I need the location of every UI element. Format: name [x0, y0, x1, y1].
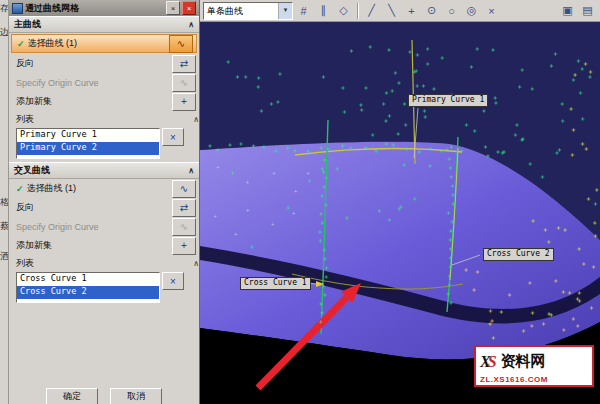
svg-text:+: +: [570, 151, 574, 159]
select-curve-button[interactable]: ∿: [172, 180, 196, 198]
reverse-label: 反向: [16, 57, 34, 70]
cancel-button[interactable]: 取消: [110, 388, 162, 404]
svg-text:+: +: [554, 50, 558, 58]
svg-text:+: +: [322, 183, 326, 191]
strip-text: 存: [0, 2, 9, 15]
svg-text:+: +: [451, 200, 455, 208]
svg-text:+: +: [416, 51, 420, 59]
svg-text:+: +: [464, 266, 468, 274]
remove-item-button[interactable]: ×: [162, 272, 184, 290]
remove-item-button[interactable]: ×: [162, 128, 184, 146]
list-item[interactable]: Primary Curve 2: [17, 142, 159, 155]
origin-curve-row: Specify Origin Curve ∿: [9, 217, 199, 236]
list-item[interactable]: Cross Curve 1: [17, 273, 159, 286]
collapse-icon[interactable]: ∧: [193, 115, 199, 124]
svg-text:+: +: [320, 192, 324, 200]
svg-text:+: +: [429, 145, 433, 153]
dropdown-arrow-icon[interactable]: ▼: [278, 3, 292, 19]
svg-text:+: +: [236, 73, 240, 81]
reverse-icon: ⇄: [180, 202, 188, 213]
svg-text:+: +: [440, 54, 444, 62]
svg-text:+: +: [448, 281, 452, 289]
svg-text:+: +: [323, 255, 327, 263]
circle-snap-icon[interactable]: ○: [442, 2, 461, 20]
svg-text:+: +: [593, 219, 597, 227]
svg-text:+: +: [321, 282, 325, 290]
svg-text:+: +: [518, 83, 522, 91]
svg-text:+: +: [364, 84, 368, 92]
cross-curve-list[interactable]: Cross Curve 1 Cross Curve 2: [16, 272, 160, 303]
curve-tag-cross-1[interactable]: Cross Curve 1: [240, 277, 311, 290]
reverse-button[interactable]: ⇄: [172, 199, 196, 217]
curve-icon: ∿: [180, 221, 188, 232]
svg-text:+: +: [528, 160, 532, 168]
reverse-button[interactable]: ⇄: [172, 55, 196, 73]
svg-text:+: +: [446, 290, 450, 298]
svg-text:+: +: [408, 48, 412, 56]
primary-curve-list[interactable]: Primary Curve 1 Primary Curve 2: [16, 128, 160, 159]
svg-text:+: +: [571, 315, 575, 323]
svg-text:+: +: [540, 173, 544, 181]
origin-curve-label: Specify Origin Curve: [16, 222, 99, 232]
add-set-button[interactable]: +: [172, 237, 196, 255]
parallel-snap-icon[interactable]: ∥: [314, 2, 333, 20]
add-set-button[interactable]: +: [172, 93, 196, 111]
center-snap-icon[interactable]: ⊙: [422, 2, 441, 20]
list-item[interactable]: Cross Curve 2: [17, 286, 159, 299]
svg-text:+: +: [426, 60, 430, 68]
line-snap-icon[interactable]: ╱: [362, 2, 381, 20]
intersection-snap-icon[interactable]: ×: [482, 2, 501, 20]
strip-text: 边: [0, 26, 9, 39]
svg-text:+: +: [448, 263, 452, 271]
curve-icon: ∿: [180, 183, 188, 194]
select-curve-button[interactable]: ∿: [169, 35, 193, 53]
svg-text:+: +: [216, 146, 220, 154]
ok-button[interactable]: 确定: [46, 388, 98, 404]
svg-text:+: +: [231, 169, 235, 177]
grid-snap-icon[interactable]: #: [294, 2, 313, 20]
check-icon: ✓: [16, 184, 24, 194]
select-curve-row[interactable]: ✓ 选择曲线 (1) ∿: [11, 34, 197, 53]
pin-button[interactable]: ×: [166, 1, 180, 15]
list-buttons: ×: [162, 272, 184, 303]
svg-text:+: +: [426, 45, 430, 53]
svg-text:+: +: [390, 87, 394, 95]
quadrant-snap-icon[interactable]: ◎: [462, 2, 481, 20]
section-header-cross[interactable]: 交叉曲线 ∧: [9, 162, 199, 179]
select-curve-row[interactable]: ✓ 选择曲线 (1) ∿: [9, 179, 199, 198]
collapse-icon[interactable]: ∧: [188, 20, 194, 29]
svg-text:+: +: [554, 277, 558, 285]
curve-rule-value: 单条曲线: [204, 3, 278, 19]
view-cube-icon[interactable]: ▣: [558, 2, 577, 20]
section-header-primary[interactable]: 主曲线 ∧: [9, 16, 199, 33]
svg-text:+: +: [450, 173, 454, 181]
svg-text:+: +: [440, 147, 444, 155]
dialog-titlebar[interactable]: 通过曲线网格 × ×: [9, 0, 199, 16]
svg-text:+: +: [286, 144, 290, 152]
svg-text:+: +: [573, 71, 577, 79]
svg-text:+: +: [428, 162, 432, 170]
svg-text:+: +: [508, 291, 512, 299]
svg-text:+: +: [278, 70, 282, 78]
svg-text:+: +: [324, 201, 328, 209]
svg-text:+: +: [530, 322, 534, 330]
origin-curve-button: ∿: [172, 218, 196, 236]
svg-text:+: +: [450, 218, 454, 226]
svg-text:+: +: [432, 85, 436, 93]
handle-icon[interactable]: ◇: [334, 2, 353, 20]
primary-list-area: Primary Curve 1 Primary Curve 2 ×: [9, 127, 199, 162]
collapse-icon[interactable]: ∧: [193, 259, 199, 268]
list-item[interactable]: Primary Curve 1: [17, 129, 159, 142]
svg-text:+: +: [445, 146, 449, 154]
close-button[interactable]: ×: [182, 1, 196, 15]
collapse-icon[interactable]: ∧: [188, 166, 194, 175]
curve-rule-dropdown[interactable]: 单条曲线 ▼: [203, 2, 293, 20]
curve-tag-primary-1[interactable]: Primary Curve 1: [408, 94, 488, 107]
svg-text:+: +: [555, 149, 559, 157]
graphics-viewport[interactable]: ++++++++++++++++++++++++++++++++++++++++…: [200, 22, 600, 404]
point-snap-icon[interactable]: +: [402, 2, 421, 20]
layers-icon[interactable]: ▤: [578, 2, 597, 20]
curve-tag-cross-2[interactable]: Cross Curve 2: [483, 248, 554, 261]
line2-snap-icon[interactable]: ╲: [382, 2, 401, 20]
dialog-title: 通过曲线网格: [25, 2, 164, 15]
